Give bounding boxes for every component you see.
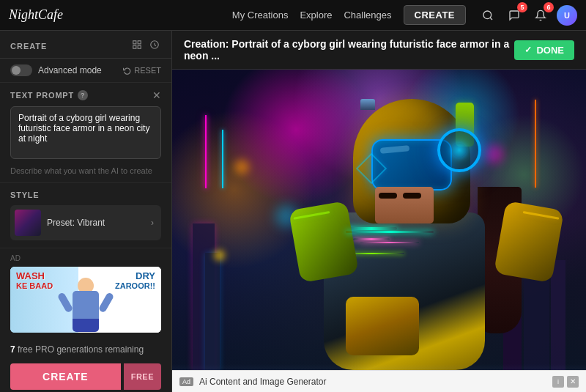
user-avatar[interactable]: U: [557, 5, 577, 26]
content-title: Creation: Portrait of a cyborg girl wear…: [184, 38, 514, 62]
prompt-close-button[interactable]: ✕: [152, 90, 161, 100]
prompt-textarea[interactable]: [10, 106, 161, 159]
ad-section: AD WASH KE BAAD DRY ZAROOR!!: [0, 248, 171, 339]
generations-text: free PRO generations remaining: [18, 344, 144, 355]
helmet-glow-circle: [437, 128, 481, 172]
create-main-button[interactable]: CREATE: [10, 363, 121, 390]
content-area: Creation: Portrait of a cyborg girl wear…: [172, 31, 586, 392]
character-figure: [309, 92, 544, 370]
style-preset-button[interactable]: Preset: Vibrant ›: [10, 205, 161, 240]
text-prompt-label: TEXT PROMPT ?: [10, 90, 88, 100]
style-thumbnail: [15, 210, 41, 236]
svg-rect-3: [138, 41, 141, 44]
generated-image: [172, 70, 586, 370]
style-preset-name: Preset: Vibrant: [47, 218, 105, 228]
nav-right: My Creations Explore Challenges CREATE 5: [232, 5, 577, 26]
style-section: STYLE Preset: Vibrant ›: [0, 183, 171, 248]
neon-line-1: [346, 231, 434, 233]
pages-icon: [132, 40, 142, 50]
sidebar-pages-button[interactable]: [130, 38, 144, 53]
ad-info-button[interactable]: i: [552, 376, 564, 388]
create-free-button[interactable]: FREE: [124, 363, 161, 390]
ad-banner-inner: WASH KE BAAD DRY ZAROOR!!: [10, 267, 161, 333]
create-button-wrap: CREATE FREE: [0, 359, 171, 392]
svg-point-0: [483, 11, 492, 19]
history-icon: [149, 40, 160, 50]
advanced-mode-toggle[interactable]: [10, 64, 32, 76]
sidebar-header: CREATE: [0, 31, 171, 59]
chevron-right-icon: ›: [151, 218, 154, 228]
nav-icons: 5 6 U: [478, 5, 577, 26]
help-icon[interactable]: ?: [78, 90, 88, 100]
sidebar: CREATE Advanced mode: [0, 31, 172, 392]
ad-close-controls: i ✕: [552, 376, 579, 388]
neon-line-2: [360, 242, 419, 243]
helmet: [353, 99, 470, 223]
svg-rect-2: [133, 41, 136, 44]
svg-rect-4: [133, 45, 136, 48]
advanced-mode-toggle-wrap: Advanced mode: [10, 64, 102, 76]
ad-dry-text: DRY ZAROOR!!: [115, 271, 155, 290]
ad-wash-text: WASH KE BAAD: [16, 271, 53, 290]
sidebar-title: CREATE: [10, 42, 47, 51]
main-layout: CREATE Advanced mode: [0, 31, 586, 392]
app-logo[interactable]: NightCafe: [9, 7, 63, 23]
style-label: STYLE: [10, 191, 161, 199]
svg-rect-5: [138, 45, 141, 48]
image-container: [172, 70, 586, 370]
advanced-mode-row: Advanced mode RESET: [0, 59, 171, 83]
ad-tag: Ad: [179, 377, 193, 386]
svg-line-1: [490, 18, 492, 20]
message-badge: 5: [517, 2, 527, 12]
style-preview: Preset: Vibrant: [15, 210, 105, 236]
text-prompt-header: TEXT PROMPT ? ✕: [10, 90, 161, 100]
text-prompt-section: TEXT PROMPT ? ✕ Describe what you want t…: [0, 83, 171, 183]
generations-count: 7: [10, 344, 15, 355]
checkmark-icon: ✓: [524, 45, 532, 55]
notification-bell: 6: [530, 5, 551, 26]
done-button[interactable]: ✓ DONE: [514, 40, 574, 60]
ad-bottom-text: Ai Content and Image Generator: [199, 377, 546, 387]
nav-explore[interactable]: Explore: [300, 10, 332, 21]
toggle-knob: [12, 66, 21, 75]
reset-icon: [123, 67, 131, 75]
ad-banner[interactable]: WASH KE BAAD DRY ZAROOR!!: [10, 267, 161, 333]
nav-my-creations[interactable]: My Creations: [232, 10, 289, 21]
generations-remaining: 7 free PRO generations remaining: [0, 339, 171, 359]
sidebar-history-button[interactable]: [148, 38, 161, 53]
shoulder-armor-right: [493, 201, 563, 283]
advanced-mode-label: Advanced mode: [38, 65, 102, 75]
ad-person: [71, 278, 100, 333]
message-notification: 5: [504, 5, 524, 26]
prompt-hint: Describe what you want the AI to create: [10, 166, 161, 175]
search-icon: [482, 10, 494, 21]
nav-challenges[interactable]: Challenges: [344, 10, 391, 21]
search-button[interactable]: [478, 5, 498, 26]
bottom-ad-bar: Ad Ai Content and Image Generator i ✕: [172, 370, 586, 392]
content-header: Creation: Portrait of a cyborg girl wear…: [172, 31, 586, 70]
shoulder-armor-left: [288, 201, 358, 283]
nav-create-button[interactable]: CREATE: [404, 5, 466, 25]
sidebar-header-icons: [130, 38, 161, 53]
top-nav: NightCafe My Creations Explore Challenge…: [0, 0, 586, 31]
notification-badge: 6: [544, 2, 554, 12]
ad-close-button[interactable]: ✕: [567, 376, 579, 388]
ad-label: AD: [10, 254, 161, 262]
reset-button[interactable]: RESET: [123, 66, 161, 75]
